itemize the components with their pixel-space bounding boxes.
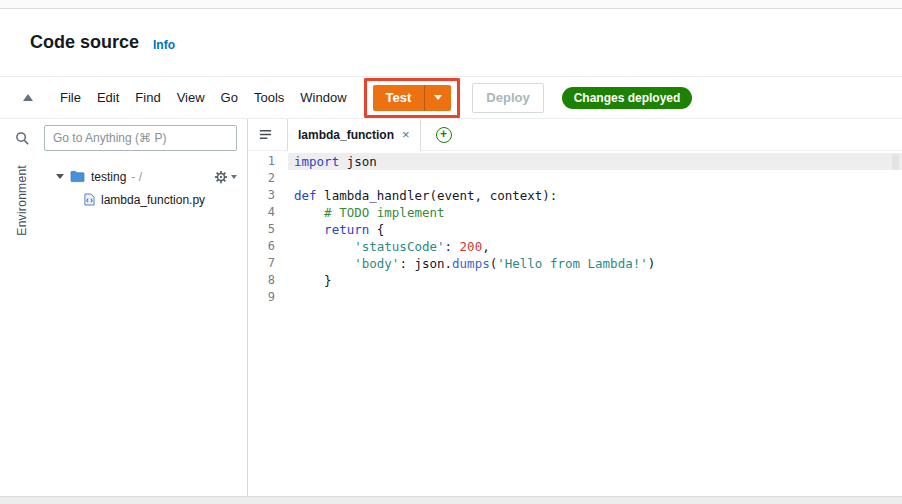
code-line[interactable]: 'statusCode': 200, (288, 238, 902, 255)
tree-folder-row[interactable]: testing - / (44, 165, 247, 188)
menu-edit[interactable]: Edit (96, 88, 120, 107)
plus-icon: + (440, 127, 447, 141)
status-badge: Changes deployed (562, 87, 693, 109)
folder-disclosure-icon[interactable] (56, 174, 64, 179)
menu-find[interactable]: Find (134, 88, 161, 107)
deploy-button[interactable]: Deploy (472, 83, 543, 113)
code-source-panel: Code source Info FileEditFindViewGoTools… (0, 9, 902, 496)
tab-label: lambda_function (298, 128, 394, 142)
folder-path-suffix: - / (131, 170, 142, 184)
tree-file-row[interactable]: lambda_function.py (44, 188, 247, 211)
search-icon[interactable] (0, 131, 44, 146)
app-window: Code source Info FileEditFindViewGoTools… (0, 0, 902, 504)
code-line[interactable]: 'body': json.dumps('Hello from Lambda!') (288, 255, 902, 272)
menu-window[interactable]: Window (299, 88, 347, 107)
settings-gear-button[interactable] (214, 170, 237, 184)
code-line[interactable]: # TODO implement (288, 204, 902, 221)
page-title: Code source (30, 32, 139, 53)
line-number: 6 (248, 238, 275, 255)
line-number: 1 (248, 153, 275, 170)
code-line[interactable] (288, 170, 902, 187)
code-lines: import jsondef lambda_handler(event, con… (288, 153, 902, 496)
annotation-box: Test (364, 78, 461, 118)
window-bottom-edge (0, 496, 902, 504)
code-editor[interactable]: 123456789 import jsondef lambda_handler(… (248, 151, 902, 496)
line-number: 3 (248, 187, 275, 204)
editor-area: lambda_function × + 123456789 import jso… (248, 119, 902, 496)
file-name: lambda_function.py (101, 193, 205, 207)
scrollbar-thumb[interactable] (892, 154, 899, 170)
sidebar-body: Environment testing - / (0, 157, 247, 496)
line-number: 5 (248, 221, 275, 238)
menu-items: FileEditFindViewGoToolsWindow (59, 88, 348, 107)
line-number: 9 (248, 289, 275, 306)
environment-tab[interactable]: Environment (15, 165, 29, 236)
line-number: 4 (248, 204, 275, 221)
test-button[interactable]: Test (373, 85, 452, 111)
collapse-panel-icon[interactable] (23, 94, 33, 101)
code-line[interactable]: } (288, 272, 902, 289)
test-dropdown-caret-icon[interactable] (434, 95, 442, 100)
file-tree: testing - / (44, 157, 247, 496)
window-top-edge (0, 0, 902, 9)
toolbar: FileEditFindViewGoToolsWindow Test Deplo… (0, 77, 902, 119)
menu-file[interactable]: File (59, 88, 82, 107)
tab-bar: lambda_function × + (248, 119, 902, 151)
folder-icon (70, 170, 85, 183)
info-link[interactable]: Info (153, 38, 175, 52)
panel-header: Code source Info (0, 9, 902, 77)
goto-anything-input[interactable] (44, 125, 237, 151)
open-files-menu-icon[interactable] (258, 127, 273, 142)
editor-tab-lambda-function[interactable]: lambda_function × (287, 119, 421, 151)
activity-bar: Environment (0, 157, 44, 496)
sidebar: Environment testing - / (0, 119, 248, 496)
code-line[interactable]: import json (288, 153, 902, 170)
menu-go[interactable]: Go (220, 88, 239, 107)
gutter: 123456789 (248, 153, 288, 496)
line-number: 2 (248, 170, 275, 187)
folder-name: testing (91, 170, 126, 184)
search-row (0, 119, 247, 157)
tab-close-icon[interactable]: × (402, 128, 410, 141)
gear-icon (214, 170, 228, 184)
code-line[interactable]: return { (288, 221, 902, 238)
test-button-label: Test (373, 90, 425, 105)
main-area: Environment testing - / (0, 119, 902, 496)
gear-dropdown-caret-icon (231, 175, 237, 179)
line-number: 7 (248, 255, 275, 272)
code-line[interactable] (288, 289, 902, 306)
menu-tools[interactable]: Tools (253, 88, 285, 107)
menu-view[interactable]: View (176, 88, 206, 107)
new-tab-button[interactable]: + (436, 127, 452, 143)
test-button-divider (424, 85, 425, 111)
python-file-icon (84, 193, 95, 206)
code-line[interactable]: def lambda_handler(event, context): (288, 187, 902, 204)
line-number: 8 (248, 272, 275, 289)
